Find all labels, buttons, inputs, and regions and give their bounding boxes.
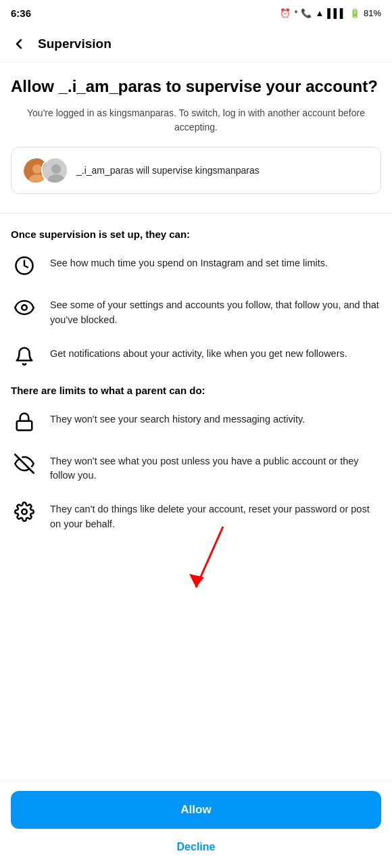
supervised-avatar-img (43, 158, 68, 184)
subtitle-text: You're logged in as kingsmanparas. To sw… (11, 106, 381, 135)
signal-icon: ▌▌▌ (327, 8, 346, 18)
bluetooth-icon: * (294, 8, 297, 18)
gear-icon (11, 498, 38, 525)
limit-search-item: They won't see your search history and m… (11, 408, 381, 435)
decline-button[interactable]: Decline (11, 837, 381, 857)
svg-point-7 (22, 305, 27, 310)
svg-rect-8 (17, 420, 32, 430)
main-heading: Allow _.i_am_paras to supervise your acc… (11, 76, 381, 97)
perm-settings-item: See some of your settings and accounts y… (11, 294, 381, 328)
wifi-icon: ▲ (315, 8, 324, 18)
battery-icon: 🔋 (349, 8, 360, 18)
arrow-annotation (11, 547, 381, 587)
eye-off-icon (11, 450, 38, 477)
account-card: _.i_am_paras will supervise kingsmanpara… (11, 147, 381, 194)
perm-notif-item: Get notifications about your activity, l… (11, 343, 381, 370)
red-arrow-icon (142, 520, 250, 601)
avatar-pair (22, 157, 68, 184)
clock-icon (11, 252, 38, 279)
bell-icon (11, 343, 38, 370)
svg-point-4 (51, 164, 61, 174)
status-time: 6:36 (11, 7, 31, 19)
can-section-heading: Once supervision is set up, they can: (11, 228, 381, 240)
section-divider (0, 213, 392, 214)
back-button[interactable] (11, 36, 27, 52)
limit-search-text: They won't see your search history and m… (50, 408, 305, 427)
page-title: Supervision (38, 37, 112, 51)
perm-notif-text: Get notifications about your activity, l… (50, 343, 347, 362)
limits-section-heading: There are limits to what a parent can do… (11, 385, 381, 396)
lock-icon (11, 408, 38, 435)
limit-post-item: They won't see what you post unless you … (11, 450, 381, 484)
battery-percent: 81% (364, 8, 381, 18)
perm-settings-text: See some of your settings and accounts y… (50, 294, 381, 328)
limit-post-text: They won't see what you post unless you … (50, 450, 381, 484)
status-bar: 6:36 ⏰ * 📞 ▲ ▌▌▌ 🔋 81% (0, 0, 392, 26)
allow-button[interactable]: Allow (11, 791, 381, 829)
supervised-avatar (41, 157, 68, 184)
svg-point-10 (22, 509, 27, 514)
status-icons: ⏰ * 📞 ▲ ▌▌▌ 🔋 81% (280, 8, 381, 18)
top-nav: Supervision (0, 26, 392, 62)
call-icon: 📞 (301, 8, 312, 18)
account-description: _.i_am_paras will supervise kingsmanpara… (76, 165, 260, 176)
perm-time-item: See how much time you spend on Instagram… (11, 252, 381, 279)
perm-time-text: See how much time you spend on Instagram… (50, 252, 328, 271)
alarm-icon: ⏰ (280, 8, 291, 18)
settings-eye-icon (11, 294, 38, 321)
svg-point-1 (32, 164, 42, 174)
bottom-actions: Allow Decline (0, 781, 392, 868)
main-content: Allow _.i_am_paras to supervise your acc… (0, 62, 392, 696)
